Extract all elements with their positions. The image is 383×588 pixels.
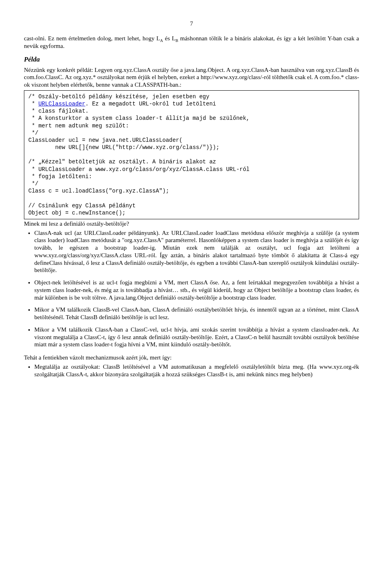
bullet-list-1: ClassA-nak ucl (az URLClassLoader példán… [24,229,359,349]
text-frag-a: cast-olni. Ez nem értelmetlen dolog, mer… [24,35,160,42]
subscript-b: B [176,38,178,43]
list-item: Megtalálja az osztályokat: ClassB letölt… [34,363,359,378]
list-item: ClassA-nak ucl (az URLClassLoader példán… [34,229,359,274]
paragraph-minek: Minek mi lesz a definiáló osztály-betölt… [24,220,359,228]
text-frag-b: és L [163,35,175,42]
list-item: Mikor a VM találkozik ClassB-vel ClassA-… [34,306,359,321]
heading-pelda: Példa [24,55,359,64]
code-rest: . Ez a megadott URL-okról tud letölteni … [28,101,250,216]
code-block: /* Oszály-betöltő példány készítése, jel… [24,90,359,219]
paragraph-castolni: cast-olni. Ez nem értelmetlen dolog, mer… [24,35,359,50]
page-number: 7 [24,20,359,28]
list-item: Object-nek letöltésével is az ucl-t fogj… [34,279,359,301]
code-link-urlclassloader[interactable]: URLClassLoader [38,101,85,107]
paragraph-nezzunk: Nézzünk egy konkrét példát: Legyen org.x… [24,66,359,89]
list-item: Mikor a VM találkozik ClassA-ban a Class… [34,326,359,348]
bullet-list-2: Megtalálja az osztályokat: ClassB letölt… [24,363,359,378]
paragraph-tehat: Tehát a fentiekben vázolt mechanizmusok … [24,354,359,362]
